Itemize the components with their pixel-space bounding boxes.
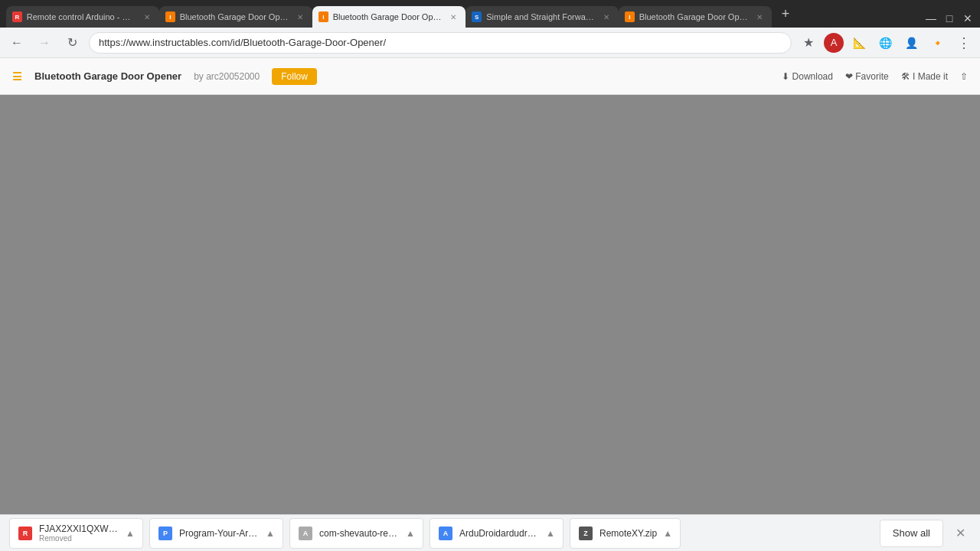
new-tab-button[interactable]: + (775, 3, 796, 24)
toolbar-icons: ★ A 📐 🌐 👤 🔸 ⋮ (798, 32, 974, 54)
download-item-4-icon: A (438, 526, 453, 541)
extension-icon-1[interactable]: 📐 (848, 32, 870, 54)
tab-3[interactable]: I Bluetooth Garage Door Opene... ✕ (312, 6, 466, 28)
tabs-bar: R Remote control Arduino - Rem... ✕ I Bl… (0, 0, 980, 28)
tab-1-favicon: R (12, 11, 22, 22)
extension-icon-2[interactable]: 🌐 (874, 32, 896, 54)
downloads-close-button[interactable]: ✕ (949, 523, 971, 544)
i-made-it-action[interactable]: 🛠 I Made it (901, 71, 948, 82)
download-item-1-text: FJAX2XXI1QXWWT1.ino Removed (39, 523, 119, 543)
download-item-5-text: RemoteXY.zip (599, 528, 657, 539)
instructables-header: ☰ Bluetooth Garage Door Opener by arc200… (0, 58, 980, 95)
minimize-button[interactable]: ― (925, 12, 937, 24)
download-item-1-subtitle: Removed (39, 534, 119, 543)
close-window-button[interactable]: ✕ (962, 12, 974, 24)
download-item-5-chevron[interactable]: ▲ (663, 528, 672, 539)
download-action[interactable]: ⬇ Download (782, 71, 833, 82)
page-author: by arc20052000 (194, 71, 260, 82)
follow-button[interactable]: Follow (272, 68, 317, 85)
tab-2-close[interactable]: ✕ (294, 11, 306, 23)
download-item-2[interactable]: P Program-Your-Ard....pdf ▲ (149, 518, 283, 549)
download-item-3-chevron[interactable]: ▲ (406, 528, 415, 539)
maximize-button[interactable]: □ (943, 12, 956, 24)
tab-4[interactable]: S Simple and Straight Forward:... ✕ (466, 6, 619, 28)
download-item-4-chevron[interactable]: ▲ (546, 528, 555, 539)
download-item-1-icon: R (18, 526, 33, 541)
tab-3-close[interactable]: ✕ (447, 11, 459, 23)
download-item-5[interactable]: Z RemoteXY.zip ▲ (570, 518, 681, 549)
page-content: ☰ Bluetooth Garage Door Opener by arc200… (0, 58, 980, 514)
tab-3-title: Bluetooth Garage Door Opene... (333, 12, 443, 21)
download-item-2-icon: P (158, 526, 173, 541)
tab-1[interactable]: R Remote control Arduino - Rem... ✕ (6, 6, 159, 28)
download-item-5-icon: Z (578, 526, 593, 541)
tab-5-favicon: I (625, 11, 635, 22)
download-item-4-text: ArduDroidardudroid.ino (459, 528, 540, 539)
download-item-3-name: com-shevauto-re...apk (319, 528, 400, 539)
extension-icon-3[interactable]: 👤 (900, 32, 922, 54)
tab-1-title: Remote control Arduino - Rem... (27, 12, 136, 21)
download-item-2-name: Program-Your-Ard....pdf (179, 528, 260, 539)
download-item-3[interactable]: A com-shevauto-re...apk ▲ (289, 518, 423, 549)
hamburger-menu[interactable]: ☰ (12, 70, 22, 83)
tab-2-title: Bluetooth Garage Door Opene... (180, 12, 289, 21)
download-item-4[interactable]: A ArduDroidardudroid.ino ▲ (430, 518, 564, 549)
back-button[interactable]: ← (6, 32, 28, 54)
tab-3-favicon: I (318, 11, 328, 22)
download-item-3-icon: A (298, 526, 313, 541)
browser-frame: R Remote control Arduino - Rem... ✕ I Bl… (0, 0, 980, 551)
download-item-4-name: ArduDroidardudroid.ino (459, 528, 540, 539)
download-item-2-text: Program-Your-Ard....pdf (179, 528, 260, 539)
tab-4-favicon: S (472, 11, 482, 22)
tab-5[interactable]: I Bluetooth Garage Door Opene... ✕ (619, 6, 772, 28)
download-item-1-chevron[interactable]: ▲ (126, 528, 135, 539)
menu-icon[interactable]: ⋮ (952, 32, 974, 54)
page-title: Bluetooth Garage Door Opener (34, 70, 181, 82)
tab-5-title: Bluetooth Garage Door Opene... (639, 12, 749, 21)
profile-icon[interactable]: A (824, 33, 844, 53)
tab-4-close[interactable]: ✕ (600, 11, 612, 23)
favorite-action[interactable]: ❤ Favorite (845, 71, 889, 82)
address-bar: ← → ↻ ★ A 📐 🌐 👤 🔸 ⋮ (0, 28, 980, 58)
tab-4-title: Simple and Straight Forward:... (486, 12, 596, 21)
show-all-button[interactable]: Show all (880, 520, 943, 547)
tab-5-close[interactable]: ✕ (753, 11, 766, 23)
close-downloads-icon: ✕ (956, 526, 965, 540)
download-item-2-chevron[interactable]: ▲ (266, 528, 275, 539)
window-controls: ― □ ✕ (925, 12, 974, 28)
tab-2[interactable]: I Bluetooth Garage Door Opene... ✕ (159, 6, 312, 28)
download-item-1-name: FJAX2XXI1QXWWT1.ino (39, 523, 119, 534)
download-item-3-text: com-shevauto-re...apk (319, 528, 400, 539)
tab-2-favicon: I (165, 11, 175, 22)
download-item-5-name: RemoteXY.zip (599, 528, 657, 539)
downloads-bar: R FJAX2XXI1QXWWT1.ino Removed ▲ P Progra… (0, 514, 980, 551)
download-item-1[interactable]: R FJAX2XXI1QXWWT1.ino Removed ▲ (9, 518, 143, 549)
share-action[interactable]: ⇧ (960, 71, 968, 82)
bookmark-icon[interactable]: ★ (798, 32, 819, 54)
reload-button[interactable]: ↻ (61, 32, 83, 54)
tab-1-close[interactable]: ✕ (141, 11, 153, 23)
header-actions: ⬇ Download ❤ Favorite 🛠 I Made it ⇧ (782, 71, 968, 82)
extension-icon-4[interactable]: 🔸 (926, 32, 948, 54)
address-input[interactable] (89, 32, 792, 54)
forward-button[interactable]: → (34, 32, 55, 54)
